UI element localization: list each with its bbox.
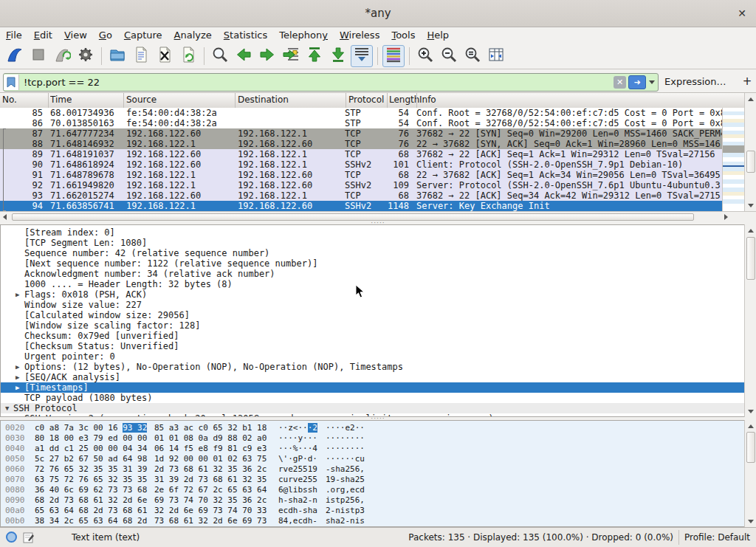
auto-scroll-button[interactable]	[351, 45, 373, 67]
expert-info-icon[interactable]	[6, 531, 17, 545]
menu-wireless[interactable]: Wireless	[334, 29, 385, 41]
zoom-100-button[interactable]	[461, 45, 484, 67]
hex-row-00b0[interactable]: 00b038 34 2c 65 63 64 68 2d73 68 61 32 2…	[1, 516, 744, 526]
detail-row[interactable]: [Next sequence number: 1122 (relative se…	[1, 258, 744, 269]
packet-row-94[interactable]: 9471.663856741192.168.122.1192.168.122.6…	[0, 201, 722, 211]
column-header-length[interactable]: Length	[389, 94, 419, 105]
find-packet-button[interactable]	[209, 45, 231, 67]
menu-statistics[interactable]: Statistics	[218, 29, 273, 41]
zoom-in-button[interactable]	[414, 45, 436, 67]
column-separator[interactable]	[416, 93, 417, 108]
menu-view[interactable]: View	[58, 29, 93, 41]
expand-down-icon[interactable]: ▼	[5, 403, 9, 413]
bytes-vscrollbar[interactable]	[744, 420, 756, 527]
start-capture-button[interactable]	[4, 45, 26, 67]
menu-tools[interactable]: Tools	[385, 29, 421, 41]
column-header-source[interactable]: Source	[126, 94, 157, 105]
detail-row[interactable]: Acknowledgment number: 34 (relative ack …	[1, 269, 744, 279]
detail-row[interactable]: Checksum: 0x79ed [unverified]	[1, 331, 744, 341]
close-file-button[interactable]	[154, 45, 176, 67]
hex-row-0050[interactable]: 00505c 27 b2 67 50 ad 64 981d 92 00 00 0…	[1, 454, 744, 464]
capture-comment-icon[interactable]	[23, 531, 35, 546]
expand-right-icon[interactable]: ▶	[16, 289, 19, 300]
add-filter-button[interactable]: +	[741, 73, 753, 89]
hex-row-0020[interactable]: 0020c0 a8 7a 3c 00 16 93 3285 a3 ac c0 6…	[1, 423, 744, 433]
hex-row-0060[interactable]: 006072 76 65 32 35 35 31 392d 73 68 61 3…	[1, 464, 744, 475]
menu-help[interactable]: Help	[421, 29, 455, 41]
packet-list-hscrollbar[interactable]	[0, 211, 731, 221]
column-separator[interactable]	[48, 93, 49, 108]
display-filter-input[interactable]: !tcp.port == 22	[19, 77, 614, 88]
column-separator[interactable]	[346, 93, 346, 108]
menu-analyze[interactable]: Analyze	[168, 29, 218, 41]
detail-row[interactable]: [Window size scaling factor: 128]	[1, 320, 744, 331]
expand-right-icon[interactable]: ▶	[16, 362, 19, 372]
detail-row[interactable]: TCP payload (1080 bytes)	[1, 393, 744, 403]
title-bar[interactable]: *any ✕	[0, 0, 756, 27]
detail-row[interactable]: 1000 .... = Header Length: 32 bytes (8)	[1, 279, 744, 289]
zoom-out-button[interactable]	[438, 45, 460, 67]
packet-list-vscrollbar[interactable]	[744, 93, 756, 211]
column-header-destination[interactable]: Destination	[238, 94, 289, 105]
detail-row[interactable]: [Checksum Status: Unverified]	[1, 341, 744, 351]
expand-right-icon[interactable]: ▶	[16, 382, 19, 393]
packet-row-87[interactable]: 8771.647777234192.168.122.60192.168.122.…	[0, 128, 722, 139]
go-forward-button[interactable]	[256, 45, 278, 67]
column-header-protocol[interactable]: Protocol	[348, 94, 384, 105]
detail-row[interactable]: [Calculated window size: 29056]	[1, 310, 744, 320]
display-filter-box[interactable]: !tcp.port == 22 ✕ ➜	[3, 73, 659, 92]
details-vscrollbar[interactable]	[744, 224, 756, 417]
column-separator[interactable]	[123, 93, 124, 108]
detail-row[interactable]: ▶Options: (12 bytes), No-Operation (NOP)…	[1, 362, 744, 372]
hex-row-0090[interactable]: 009068 2d 73 68 61 32 2d 6e69 73 74 70 3…	[1, 495, 744, 506]
hex-row-0080[interactable]: 008036 40 6c 69 62 73 73 682e 6f 72 67 2…	[1, 485, 744, 495]
packet-row-85[interactable]: 8568.001734936fe:54:00:d4:38:2aSTP54Conf…	[0, 108, 722, 118]
filter-history-caret-icon[interactable]	[647, 80, 656, 84]
colorize-button[interactable]	[382, 45, 405, 67]
hex-row-0040[interactable]: 0040a1 dd c1 25 00 00 04 3406 14 f5 e8 f…	[1, 444, 744, 454]
column-separator[interactable]	[387, 93, 388, 108]
save-file-button[interactable]	[130, 45, 152, 67]
expression-button[interactable]: Expression…	[664, 76, 726, 87]
reload-file-button[interactable]	[177, 45, 199, 67]
detail-row[interactable]: Urgent pointer: 0	[1, 351, 744, 362]
packet-list-header[interactable]: No.TimeSourceDestinationProtocolLengthIn…	[0, 93, 744, 109]
detail-row[interactable]: ▶[Timestamps]	[1, 382, 744, 393]
status-profile[interactable]: Profile: Default	[684, 532, 750, 543]
expand-right-icon[interactable]: ▶	[16, 372, 19, 382]
hex-row-0030[interactable]: 003080 18 00 e3 79 ed 00 0001 01 08 0a d…	[1, 433, 744, 444]
packet-row-86[interactable]: 8670.013850163fe:54:00:d4:38:2aSTP54Conf…	[0, 118, 722, 128]
filter-apply-icon[interactable]: ➜	[628, 75, 646, 89]
detail-row[interactable]: Sequence number: 42 (relative sequence n…	[1, 248, 744, 258]
go-to-packet-button[interactable]	[280, 45, 302, 67]
filter-clear-icon[interactable]: ✕	[614, 76, 626, 89]
packet-row-90[interactable]: 9071.648618924192.168.122.60192.168.122.…	[0, 159, 722, 170]
go-last-button[interactable]	[327, 45, 349, 67]
packet-row-91[interactable]: 9171.648789678192.168.122.1192.168.122.6…	[0, 170, 722, 180]
go-first-button[interactable]	[303, 45, 326, 67]
detail-row[interactable]: [Stream index: 0]	[1, 227, 744, 238]
column-separator[interactable]	[235, 93, 236, 108]
packet-row-92[interactable]: 9271.661949820192.168.122.1192.168.122.6…	[0, 180, 722, 190]
go-back-button[interactable]	[233, 45, 255, 67]
hex-row-00a0[interactable]: 00a065 63 64 68 2d 73 68 6132 2d 6e 69 7…	[1, 506, 744, 516]
restart-capture-button[interactable]	[51, 45, 73, 67]
detail-row[interactable]: ▶[SEQ/ACK analysis]	[1, 372, 744, 382]
resize-columns-button[interactable]	[485, 45, 507, 67]
packet-row-88[interactable]: 8871.648146932192.168.122.1192.168.122.6…	[0, 139, 722, 149]
detail-row[interactable]: ▶Flags: 0x018 (PSH, ACK)	[1, 289, 744, 300]
filter-bookmark-icon[interactable]	[4, 75, 19, 90]
detail-row[interactable]: [TCP Segment Len: 1080]	[1, 238, 744, 248]
open-file-button[interactable]	[106, 45, 128, 67]
capture-options-button[interactable]	[75, 45, 97, 67]
menu-edit[interactable]: Edit	[28, 29, 58, 41]
packet-row-93[interactable]: 9371.662015274192.168.122.60192.168.122.…	[0, 190, 722, 201]
close-icon[interactable]: ✕	[735, 7, 749, 20]
column-header-no[interactable]: No.	[2, 94, 17, 105]
stop-capture-button[interactable]	[27, 45, 49, 67]
menu-go[interactable]: Go	[93, 29, 118, 41]
menu-telephony[interactable]: Telephony	[273, 29, 334, 41]
menu-capture[interactable]: Capture	[118, 29, 168, 41]
column-header-time[interactable]: Time	[50, 94, 72, 105]
detail-row[interactable]: ▼SSH Protocol	[1, 403, 744, 413]
